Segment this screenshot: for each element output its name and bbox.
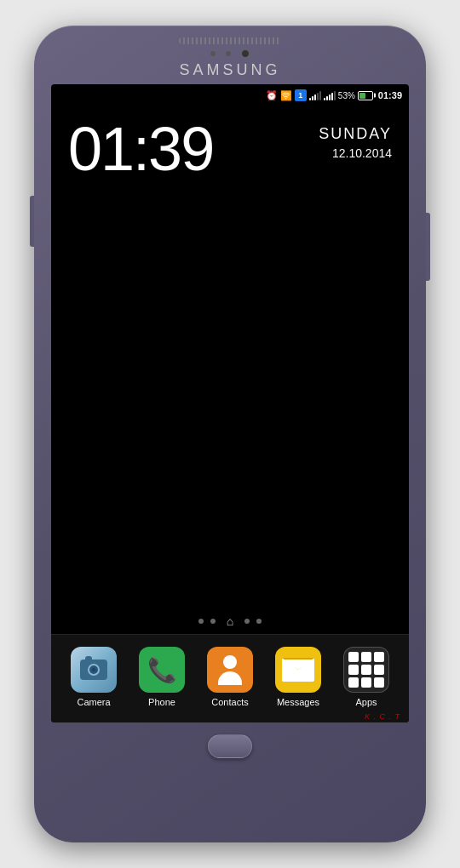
day-label: SUNDAY [319,125,392,143]
apps-dot [374,677,384,688]
apps-dot [361,652,371,662]
dock-item-camera[interactable]: Camera [71,647,117,707]
alarm-icon: ⏰ [266,90,278,101]
messages-label: Messages [277,697,319,707]
screen: ⏰ 🛜 1 53% [51,84,409,722]
apps-grid-icon [348,652,384,688]
apps-dot [348,677,359,688]
dock-item-apps[interactable]: Apps [343,647,389,707]
top-sensors-row [34,49,426,58]
phone-app-icon[interactable]: 📞 [139,647,185,693]
dock-item-phone[interactable]: 📞 Phone [139,647,185,707]
status-time: 01:39 [378,90,402,100]
status-bar: ⏰ 🛜 1 53% [51,84,409,106]
page-dot-3 [244,619,250,624]
battery-percent: 53% [338,91,355,100]
dock-item-contacts[interactable]: Contacts [207,647,253,707]
camera-label: Camera [77,697,110,707]
phone-label: Phone [148,697,175,707]
apps-dot [361,677,371,688]
camera-body [80,660,107,680]
battery-fill [359,93,365,99]
contacts-label: Contacts [211,697,248,707]
dock: Camera 📞 Phone Contacts [51,634,409,722]
apps-dot [374,665,384,675]
battery-icon [358,91,373,100]
page-indicators: ⌂ [51,614,409,629]
dock-item-messages[interactable]: Messages [275,647,321,707]
apps-label: Apps [355,697,377,707]
envelope-icon [282,658,314,682]
apps-dot [348,652,359,662]
signal-strength-1 [309,90,321,100]
camera-lens [88,664,100,676]
phone-symbol-icon: 📞 [147,656,177,684]
network-badge: 1 [295,89,307,101]
watermark: K . C . T [365,712,400,721]
signal-strength-2 [324,90,336,100]
clock-area: 01:39 SUNDAY 12.10.2014 [51,118,409,180]
contact-person-icon [218,655,242,685]
page-dot-4 [256,619,262,624]
speaker [179,37,281,44]
camera-app-icon[interactable] [71,647,117,693]
bottom-area [34,729,426,842]
apps-app-icon[interactable] [343,647,389,693]
camera-bump [85,656,92,660]
phone-device: SAMSUNG ⏰ 🛜 1 [34,26,426,842]
date-info: SUNDAY 12.10.2014 [319,118,392,160]
home-page-indicator: ⌂ [222,614,238,629]
page-dot-2 [210,619,216,624]
front-camera [241,49,250,58]
contact-body [218,671,242,685]
sensor-dot-2 [226,51,231,56]
apps-dot [374,652,384,662]
wifi-icon: 🛜 [280,90,292,101]
apps-dot [348,665,359,675]
status-icons: ⏰ 🛜 1 53% [266,89,402,101]
clock-display: 01:39 [68,118,213,180]
brand-label: SAMSUNG [179,61,280,79]
power-button[interactable] [426,213,430,281]
home-button[interactable] [208,734,252,758]
page-dot-1 [198,619,204,624]
contacts-app-icon[interactable] [207,647,253,693]
apps-dot [361,665,371,675]
contact-head [223,655,237,669]
messages-app-icon[interactable] [275,647,321,693]
envelope-v [282,660,314,670]
date-label: 12.10.2014 [319,146,392,160]
sensor-dot [210,51,216,56]
